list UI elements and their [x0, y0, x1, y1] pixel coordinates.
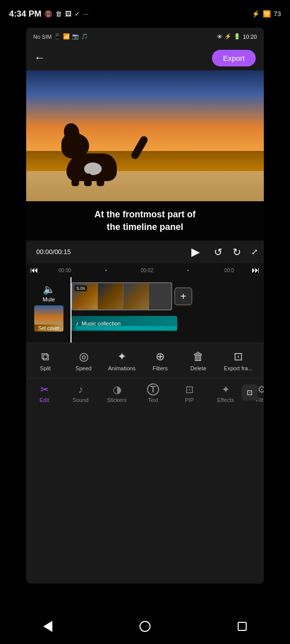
sim-icon: 📱 [54, 33, 61, 40]
app-header: ← Export [26, 45, 264, 70]
phone-back-button[interactable] [43, 621, 52, 632]
nav-item-edit[interactable]: ✂ Edit [26, 380, 62, 406]
dog-silhouette [56, 121, 137, 186]
video-clip[interactable]: 5.0s [71, 282, 172, 310]
nav-item-text[interactable]: T Text [135, 380, 171, 406]
text-label: Text [148, 397, 158, 403]
play-button[interactable]: ▶ [187, 244, 204, 261]
tool-split[interactable]: ⧉ Split [26, 346, 64, 375]
timeline-controls: 00:00/00:15 ▶ ↺ ↻ ⤢ [26, 240, 264, 263]
delete-label: Delete [190, 365, 206, 371]
pip-icon: ⊡ [185, 383, 194, 395]
system-status-bar: 4:34 PM 📵 🗑 🖼 ✓ ··· ⚡ 🛜 73 [0, 0, 290, 28]
tool-animations[interactable]: ✦ Animations [103, 346, 141, 375]
mute-icon: 🔈 [43, 283, 55, 295]
battery-level: 73 [274, 10, 281, 18]
ruler-mark-2: 00:02 [126, 268, 168, 273]
wifi-icon: 🛜 [263, 10, 271, 18]
set-cover-thumbnail[interactable]: Set cover [34, 305, 63, 332]
system-time: 4:34 PM [9, 9, 41, 19]
recents-square-icon [238, 622, 247, 631]
timeline-track-area: 🔈 Mute Set cover 5.0s [26, 277, 264, 343]
toolbar: ⧉ Split ◎ Speed ✦ Animations ⊕ Filters 🗑… [26, 343, 264, 378]
redo-button[interactable]: ↻ [233, 246, 241, 258]
speed-icon: ◎ [79, 350, 89, 363]
filters-label: Filters [153, 365, 168, 371]
ruler-mark-1: • [86, 268, 127, 273]
inner-status-right: 👁 ⚡ 🔋 10:20 [217, 33, 257, 40]
back-triangle-icon [43, 621, 52, 632]
phone-home-button[interactable] [139, 621, 151, 632]
bluetooth-icon: ⚡ [252, 10, 260, 18]
nav-item-sound[interactable]: ♪ Sound [62, 381, 99, 406]
ruler-marks: 00:00 • 00:02 • 00:0 [44, 268, 250, 273]
notification-icon: 🗑 [55, 10, 62, 18]
eye-icon: 👁 [217, 34, 223, 40]
video-preview [26, 70, 264, 201]
stickers-label: Stickers [107, 397, 126, 403]
ruler-mark-3: • [168, 268, 209, 273]
ruler-end-button[interactable]: ⏭ [252, 266, 260, 275]
animations-icon: ✦ [117, 350, 126, 363]
export-frame-icon: ⊡ [234, 350, 243, 363]
inner-time: 10:20 [243, 34, 257, 40]
tool-filters[interactable]: ⊕ Filters [141, 346, 179, 375]
inner-status-left: No SIM 📱 📶 📷 🎵 [33, 33, 88, 40]
check-icon: ✓ [75, 10, 80, 18]
effects-icon: ✦ [222, 383, 230, 395]
phone-nav [0, 609, 290, 644]
ruler-start-button[interactable]: ⏮ [30, 266, 38, 275]
signal-icon: 📵 [44, 10, 52, 18]
tool-speed[interactable]: ◎ Speed [64, 346, 103, 375]
tool-delete[interactable]: 🗑 Delete [179, 346, 218, 375]
export-button[interactable]: Export [212, 50, 256, 66]
phone-recents-button[interactable] [238, 622, 247, 631]
export-frame-label: Export fra... [224, 365, 253, 371]
bt-icon: ⚡ [225, 33, 232, 40]
dog-leg3 [97, 174, 104, 186]
inner-status-bar: No SIM 📱 📶 📷 🎵 👁 ⚡ 🔋 10:20 [26, 28, 264, 45]
float-overlay-button[interactable]: ⊡ [242, 384, 258, 400]
split-icon: ⧉ [41, 350, 49, 363]
wifi-icon-inner: 📶 [63, 33, 70, 40]
cam-icon: 📷 [72, 33, 79, 40]
pip-label: PIP [185, 397, 194, 403]
nav-item-pip[interactable]: ⊡ PIP [171, 380, 207, 406]
edit-label: Edit [40, 397, 49, 403]
photo-icon: 🖼 [65, 10, 71, 18]
nav-item-effects[interactable]: ✦ Effects [207, 380, 244, 406]
clip-thumb-2 [98, 283, 123, 309]
more-icon: ··· [83, 10, 89, 18]
system-bar-left: 4:34 PM 📵 🗑 🖼 ✓ ··· [9, 9, 89, 19]
back-button[interactable]: ← [34, 51, 45, 64]
add-clip-button[interactable]: + [174, 287, 192, 305]
home-circle-icon [139, 621, 151, 632]
fullscreen-button[interactable]: ⤢ [251, 247, 258, 257]
set-cover-thumb-image [34, 305, 63, 325]
split-label: Split [40, 365, 50, 371]
time-display: 00:00/00:15 [32, 248, 71, 256]
speed-label: Speed [76, 365, 92, 371]
filters-icon: ⊕ [156, 350, 165, 363]
tool-export-frame[interactable]: ⊡ Export fra... [218, 346, 259, 375]
track-controls-left: 🔈 Mute Set cover [26, 281, 71, 332]
sound-label: Sound [72, 397, 89, 403]
ruler-mark-0: 00:00 [44, 268, 86, 273]
bottom-nav: ✂ Edit ♪ Sound ◑ Stickers T Text ⊡ PIP ✦… [26, 378, 264, 408]
effects-label: Effects [217, 397, 234, 403]
nav-item-stickers[interactable]: ◑ Stickers [99, 380, 135, 406]
music-track: ♪ Music collection [71, 314, 264, 333]
music-icon-inner: 🎵 [81, 33, 88, 40]
phone-shell: 4:34 PM 📵 🗑 🖼 ✓ ··· ⚡ 🛜 73 No SIM 📱 📶 📷 … [0, 0, 290, 644]
mute-button-area[interactable]: 🔈 Mute [43, 283, 55, 302]
clip-duration-badge: 5.0s [75, 285, 87, 291]
sound-icon: ♪ [78, 384, 83, 395]
delete-icon: 🗑 [193, 350, 204, 363]
music-waveform [76, 326, 177, 330]
music-clip[interactable]: ♪ Music collection [71, 316, 177, 331]
animations-label: Animations [108, 365, 135, 371]
stickers-icon: ◑ [113, 383, 121, 395]
text-icon: T [147, 383, 159, 395]
app-container: No SIM 📱 📶 📷 🎵 👁 ⚡ 🔋 10:20 ← Export [26, 28, 264, 584]
undo-button[interactable]: ↺ [214, 246, 223, 258]
